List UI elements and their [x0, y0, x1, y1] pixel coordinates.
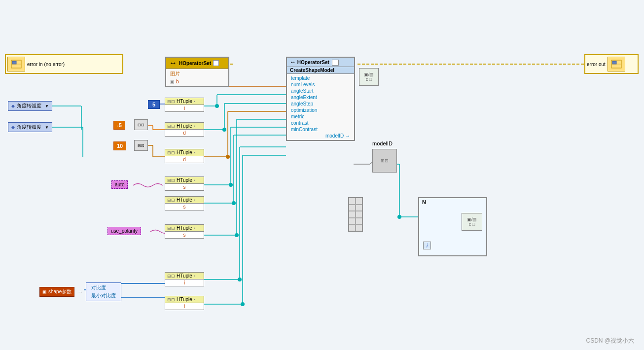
hoperatorset-left-node: ↔ HOperatorSet 图片 ▣ b: [165, 57, 229, 87]
htuple-d-angleextent: ⊞⊡ HTuple ▪ d: [165, 149, 204, 163]
port-mincontrast: minContrast: [287, 126, 354, 133]
htuple-s-metric: ⊞⊡ HTuple ▪ s: [165, 196, 204, 210]
port-numlevels: numLevels: [287, 81, 354, 88]
htuple-title-8: ⊞⊡ HTuple ▪: [165, 296, 204, 303]
hoperator-left-icon: [213, 60, 219, 66]
watermark: CSDN @视觉小六: [586, 337, 634, 345]
port-anglestep: angleStep: [287, 101, 354, 107]
htuple-d-anglestart: ⊞⊡ HTuple ▪ d: [165, 122, 204, 137]
csm-header: ↔ HOperatorSet: [287, 58, 354, 67]
htuple-body-s-3: s: [165, 232, 204, 238]
shape-params-icon: ▣ shape参数: [39, 287, 74, 297]
shape-params-cluster: ▣ shape参数 → 对比度 最小对比度: [39, 282, 121, 301]
error-out-icon: [608, 57, 625, 71]
htuple-title-2: ⊞⊡ HTuple ▪: [165, 123, 204, 130]
port-modelid-out: modelID →: [287, 133, 354, 139]
operator-right-icon: ▣/▧ c □: [359, 68, 379, 86]
angle-rad-selector-1[interactable]: ◆ 角度转弧度 ▼: [8, 101, 52, 111]
svg-rect-64: [12, 61, 16, 64]
htuple-title-6: ⊞⊡ HTuple ▪: [165, 225, 204, 232]
svg-point-54: [215, 104, 219, 108]
port-template: template: [287, 75, 354, 81]
svg-point-55: [222, 128, 226, 132]
modelid-output-node: ⊞⊡: [372, 149, 397, 173]
error-out-label: error out: [587, 62, 606, 67]
loop-n-node: N ▣/▧ c □ i: [418, 197, 487, 256]
angle-rad-selector-2[interactable]: ◆ 角度转弧度 ▼: [8, 122, 52, 132]
htuple-body-s-2: s: [165, 204, 204, 210]
htuple-title-1: ⊞⊡ HTuple ▪: [165, 98, 204, 105]
htuple-body-d-2: d: [165, 156, 204, 163]
grid-connector-node: [348, 197, 363, 232]
svg-point-60: [238, 278, 242, 281]
port-anglestart: angleStart: [287, 88, 354, 94]
shape-params-labels: 对比度 最小对比度: [86, 282, 121, 301]
num-5-box: 5: [148, 100, 160, 109]
svg-point-56: [226, 155, 230, 159]
modelid-label: modelID: [372, 140, 393, 146]
port-optimization: optimization: [287, 107, 354, 113]
svg-point-57: [229, 183, 233, 187]
htuple-s-optimization: ⊞⊡ HTuple ▪ s: [165, 176, 204, 191]
port-metric: metric: [287, 113, 354, 120]
num-10-box: 10: [113, 141, 126, 150]
htuple-body-i-3: i: [165, 303, 204, 310]
htuple-i-mincontrast: ⊞⊡ HTuple ▪ i: [165, 296, 204, 310]
loop-n-title: N: [419, 198, 486, 206]
svg-point-59: [235, 233, 239, 237]
num-neg5-box: -5: [113, 121, 125, 130]
htuple-body-s-1: s: [165, 184, 204, 190]
icon-box-neg5: ⊟⊡: [134, 119, 148, 130]
htuple-body-d-1: d: [165, 130, 204, 136]
error-in-icon: [7, 57, 25, 71]
use-polarity-label: use_polarity: [107, 227, 141, 235]
htuple-title-7: ⊞⊡ HTuple ▪: [165, 273, 204, 280]
svg-point-62: [397, 215, 401, 219]
port-angleextent: angleExtent: [287, 94, 354, 101]
svg-point-61: [241, 302, 245, 306]
error-out-node: error out: [584, 54, 639, 74]
htuple-title-4: ⊞⊡ HTuple ▪: [165, 177, 204, 184]
htuple-body-i-1: i: [165, 105, 204, 111]
htuple-title-3: ⊞⊡ HTuple ▪: [165, 149, 204, 156]
htuple-title-5: ⊞⊡ HTuple ▪: [165, 197, 204, 204]
image-port-label: 图片: [168, 70, 226, 78]
csm-ports: template numLevels angleStart angleExten…: [287, 74, 354, 140]
htuple-body-i-2: i: [165, 280, 204, 286]
error-in-label: error in (no error): [27, 62, 65, 67]
svg-point-58: [232, 201, 236, 205]
htuple-i-numlevels: ⊞⊡ HTuple ▪ i: [165, 98, 204, 112]
port-contrast: contrast: [287, 120, 354, 126]
error-in-node: error in (no error): [5, 54, 123, 74]
auto-label: auto: [111, 180, 128, 189]
createshapemodel-node: ↔ HOperatorSet CreateShapeModel template…: [286, 57, 355, 141]
hoperatorset-left-title: ↔ HOperatorSet: [166, 58, 228, 69]
htuple-s-contrast: ⊞⊡ HTuple ▪ s: [165, 224, 204, 239]
htuple-i-contrast: ⊞⊡ HTuple ▪ i: [165, 272, 204, 286]
icon-box-10: ⊟⊡: [134, 140, 148, 151]
svg-rect-67: [612, 61, 616, 64]
